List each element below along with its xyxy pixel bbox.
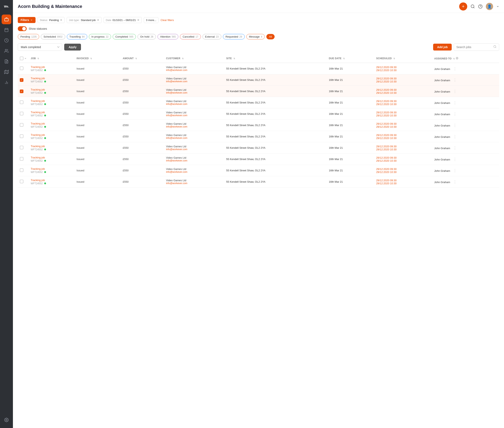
row-site: 55 Kendell Street Shaw, OL2 2YA bbox=[224, 176, 327, 188]
sidebar-item-jobs[interactable] bbox=[2, 15, 11, 24]
th-job: JOB ⇅ bbox=[29, 54, 74, 63]
action-select[interactable]: Mark completed bbox=[18, 43, 62, 51]
avatar[interactable]: 👤 bbox=[486, 3, 493, 10]
job-link[interactable]: Tracking job bbox=[31, 88, 72, 91]
select-all-checkbox[interactable] bbox=[20, 57, 24, 60]
table-row: Tracking job WFT24552 Issued £550 Video … bbox=[18, 154, 499, 165]
show-statuses-toggle[interactable] bbox=[18, 26, 27, 31]
sidebar-item-contacts[interactable] bbox=[2, 46, 11, 56]
filters-button[interactable]: Filters bbox=[18, 17, 36, 23]
row-scheduled: 29/12:2020 09:30 29/12:2020 10:30 bbox=[374, 63, 432, 74]
search-input[interactable] bbox=[456, 45, 492, 49]
add-job-button[interactable]: Add job bbox=[433, 44, 452, 50]
filter-chip-job-type[interactable]: Job type: Standard job ✕ bbox=[67, 17, 102, 23]
row-job: Tracking job WFT24552 bbox=[29, 142, 74, 154]
row-checkbox[interactable] bbox=[20, 100, 24, 104]
status-pill-requested[interactable]: Requested29 bbox=[223, 34, 245, 39]
row-checkbox-cell[interactable] bbox=[18, 165, 29, 176]
row-customer: Video Games Ltd info@workever.com bbox=[164, 120, 224, 131]
status-pill-message[interactable]: Message4 bbox=[246, 34, 265, 39]
row-more-menu[interactable]: ⋮ bbox=[453, 123, 457, 127]
toolbar-row: Mark completed Apply Add job bbox=[18, 43, 499, 51]
row-checkbox-cell[interactable] bbox=[18, 176, 29, 188]
job-link[interactable]: Tracking job bbox=[31, 179, 72, 182]
status-pill-cancelled[interactable]: Cancelled17 bbox=[180, 34, 201, 39]
row-checkbox-cell[interactable] bbox=[18, 142, 29, 154]
row-checkbox[interactable] bbox=[20, 168, 24, 172]
status-pill-pending[interactable]: Pending1235 bbox=[18, 34, 39, 39]
help-button[interactable] bbox=[478, 4, 483, 9]
row-checkbox-cell[interactable]: ✓ bbox=[18, 74, 29, 86]
job-link[interactable]: Tracking job bbox=[31, 111, 72, 114]
search-button[interactable] bbox=[471, 4, 475, 9]
row-checkbox[interactable] bbox=[20, 157, 24, 161]
row-more-menu[interactable]: ⋮ bbox=[453, 146, 457, 150]
row-job: Tracking job WFT24552 bbox=[29, 108, 74, 120]
row-checkbox-cell[interactable] bbox=[18, 63, 29, 74]
user-dropdown-button[interactable] bbox=[496, 5, 499, 8]
row-checkbox-cell[interactable] bbox=[18, 154, 29, 165]
job-link[interactable]: Tracking job bbox=[31, 99, 72, 102]
row-checkbox[interactable] bbox=[20, 134, 24, 138]
clear-filters-button[interactable]: Clear filters bbox=[160, 19, 174, 22]
row-more-menu[interactable]: ⋮ bbox=[453, 89, 457, 93]
job-link[interactable]: Tracking job bbox=[31, 133, 72, 136]
row-checkbox[interactable] bbox=[20, 180, 24, 183]
status-pill-external[interactable]: External23 bbox=[202, 34, 221, 39]
sidebar-item-map[interactable] bbox=[2, 67, 11, 77]
row-checkbox[interactable]: ✓ bbox=[20, 90, 24, 93]
row-amount: £550 bbox=[121, 63, 164, 74]
row-checkbox-cell[interactable] bbox=[18, 108, 29, 120]
status-pill-in-progress[interactable]: In progress22 bbox=[89, 34, 111, 39]
row-more-menu[interactable]: ⋮ bbox=[453, 135, 457, 139]
row-checkbox[interactable] bbox=[20, 123, 24, 127]
sidebar: We. bbox=[0, 0, 13, 428]
row-scheduled: 29/12:2020 09:30 29/12:2020 10:30 bbox=[374, 154, 432, 165]
row-checkbox-cell[interactable]: ✓ bbox=[18, 86, 29, 97]
row-scheduled: 29/12:2020 09:30 29/12:2020 10:30 bbox=[374, 97, 432, 108]
row-more-menu[interactable]: ⋮ bbox=[453, 180, 457, 184]
row-assigned-to: John Graham ⋮ bbox=[432, 97, 499, 108]
filter-chip-more[interactable]: 3 more... bbox=[144, 17, 159, 23]
row-more-menu[interactable]: ⋮ bbox=[453, 78, 457, 82]
job-link[interactable]: Tracking job bbox=[31, 77, 72, 80]
row-amount: £550 bbox=[121, 142, 164, 154]
row-checkbox[interactable]: ✓ bbox=[20, 78, 24, 82]
row-invoiced: Issued bbox=[74, 97, 121, 108]
table-row: Tracking job WFT24552 Issued £550 Video … bbox=[18, 142, 499, 154]
filter-chip-date[interactable]: Date 01/10/21 – 08/01/21 ✕ bbox=[104, 17, 142, 23]
row-more-menu[interactable]: ⋮ bbox=[453, 157, 457, 161]
job-link[interactable]: Tracking job bbox=[31, 167, 72, 170]
row-customer: Video Games Ltd info@workever.com bbox=[164, 74, 224, 86]
row-more-menu[interactable]: ⋮ bbox=[453, 112, 457, 116]
status-pill-on-hold[interactable]: On hold28 bbox=[137, 34, 156, 39]
job-link[interactable]: Tracking job bbox=[31, 145, 72, 148]
status-pill-all[interactable]: All bbox=[266, 34, 274, 39]
sidebar-item-history[interactable] bbox=[2, 36, 11, 45]
status-pill-completed[interactable]: Completed565 bbox=[113, 34, 136, 39]
row-checkbox-cell[interactable] bbox=[18, 120, 29, 131]
apply-button[interactable]: Apply bbox=[64, 44, 81, 50]
add-button[interactable]: + bbox=[459, 2, 467, 10]
row-checkbox-cell[interactable] bbox=[18, 97, 29, 108]
row-more-menu[interactable]: ⋮ bbox=[453, 67, 457, 71]
row-checkbox[interactable] bbox=[20, 112, 24, 115]
job-link[interactable]: Tracking job bbox=[31, 122, 72, 125]
row-checkbox[interactable] bbox=[20, 66, 24, 70]
job-link[interactable]: Tracking job bbox=[31, 66, 72, 68]
status-pill-scheduled[interactable]: Scheduled8902 bbox=[41, 34, 65, 39]
row-more-menu[interactable]: ⋮ bbox=[453, 169, 457, 173]
sidebar-item-calendar[interactable] bbox=[2, 25, 11, 35]
sidebar-item-reports[interactable] bbox=[2, 78, 11, 87]
filter-chip-status[interactable]: Status: Pending ✕ bbox=[38, 17, 65, 23]
column-settings-icon[interactable]: ⚙ bbox=[456, 57, 458, 60]
row-site: 55 Kendell Street Shaw, OL2 2YA bbox=[224, 120, 327, 131]
row-checkbox-cell[interactable] bbox=[18, 131, 29, 142]
job-link[interactable]: Tracking job bbox=[31, 156, 72, 159]
sidebar-item-invoices[interactable] bbox=[2, 57, 11, 66]
status-pill-attention[interactable]: Attention565 bbox=[158, 34, 178, 39]
sidebar-item-settings[interactable] bbox=[2, 415, 11, 425]
row-more-menu[interactable]: ⋮ bbox=[453, 101, 457, 105]
status-pill-travelling[interactable]: Travelling84 bbox=[67, 34, 87, 39]
row-checkbox[interactable] bbox=[20, 146, 24, 149]
